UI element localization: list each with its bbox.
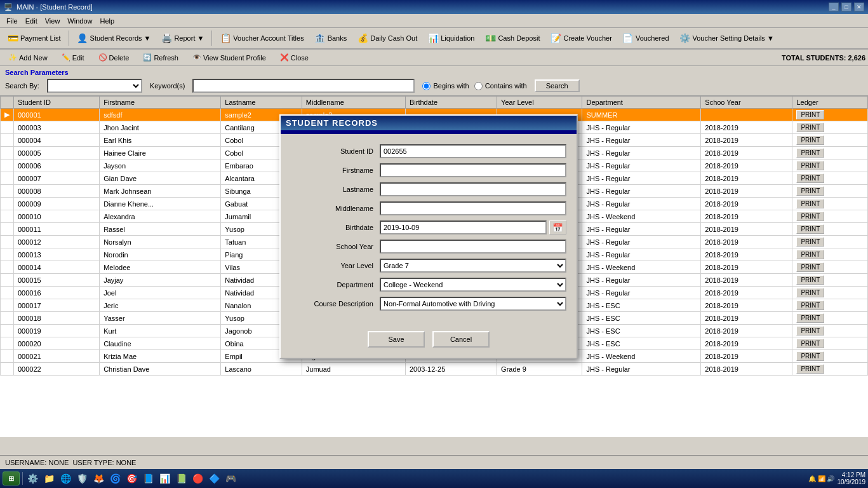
cell-student-id: 000015 — [14, 274, 100, 287]
voucher-setting-details-button[interactable]: ⚙️ Voucher Setting Details ▼ — [675, 30, 778, 46]
vouchered-button[interactable]: 📄 Vouchered — [618, 30, 674, 46]
begins-with-radio[interactable] — [422, 82, 431, 90]
cell-firstname: Gian Dave — [100, 172, 221, 185]
cell-student-id: 000005 — [14, 147, 100, 159]
print-button[interactable]: PRINT — [796, 237, 824, 247]
keyword-input[interactable] — [192, 79, 415, 93]
print-button[interactable]: PRINT — [796, 135, 824, 145]
print-button[interactable]: PRINT — [796, 161, 824, 170]
print-button[interactable]: PRINT — [796, 351, 824, 361]
department-row: Department College - Weekend College - R… — [291, 278, 566, 292]
minimize-button[interactable]: _ — [829, 3, 839, 11]
print-button[interactable]: PRINT — [796, 110, 824, 119]
report-label: Report — [174, 34, 195, 42]
print-button[interactable]: PRINT — [796, 339, 824, 348]
birthdate-calendar-button[interactable]: 📅 — [549, 220, 566, 234]
middlename-input[interactable] — [380, 201, 566, 215]
print-button[interactable]: PRINT — [796, 212, 824, 221]
print-button[interactable]: PRINT — [796, 275, 824, 285]
liquidation-button[interactable]: 📊 Liquidation — [423, 30, 479, 46]
menu-view[interactable]: View — [41, 16, 64, 26]
cell-school-year: 2018-2019 — [701, 274, 792, 287]
cancel-button[interactable]: Cancel — [432, 331, 490, 348]
student-id-input[interactable] — [380, 144, 566, 158]
edit-button[interactable]: ✏️ Edit — [56, 51, 90, 64]
report-icon: 🖨️ — [161, 32, 172, 44]
school-year-input[interactable] — [380, 240, 566, 254]
cell-school-year: 2018-2019 — [701, 350, 792, 363]
print-button[interactable]: PRINT — [796, 313, 824, 323]
row-indicator — [1, 350, 14, 363]
firstname-row: Firstname — [291, 163, 566, 177]
daily-cash-out-button[interactable]: 💰 Daily Cash Out — [352, 30, 422, 46]
cell-school-year: 2018-2019 — [701, 147, 792, 159]
cell-student-id: 000006 — [14, 159, 100, 172]
contains-with-option[interactable]: Contains with — [474, 82, 527, 90]
student-id-row: Student ID — [291, 144, 566, 158]
create-voucher-button[interactable]: 📝 Create Voucher — [545, 30, 616, 46]
print-button[interactable]: PRINT — [796, 250, 824, 259]
menu-help[interactable]: Help — [96, 16, 118, 26]
menu-window[interactable]: Window — [63, 16, 96, 26]
print-button[interactable]: PRINT — [796, 199, 824, 208]
course-description-select[interactable]: Non-Formal Automotive with Driving Optio… — [380, 297, 566, 311]
refresh-label: Refresh — [154, 54, 178, 62]
print-button[interactable]: PRINT — [796, 288, 824, 297]
print-button[interactable]: PRINT — [796, 326, 824, 336]
search-area: Search Parameters Search By: Student ID … — [0, 66, 868, 96]
save-button[interactable]: Save — [368, 331, 425, 348]
contains-with-radio[interactable] — [474, 82, 483, 90]
delete-button[interactable]: 🚫 Delete — [93, 51, 135, 64]
cell-school-year: 2018-2019 — [701, 172, 792, 185]
print-button[interactable]: PRINT — [796, 364, 824, 374]
print-button[interactable]: PRINT — [796, 186, 824, 196]
print-button[interactable]: PRINT — [796, 123, 824, 132]
print-button[interactable]: PRINT — [796, 148, 824, 158]
cell-department: JHS - ESC — [582, 299, 701, 312]
year-level-select[interactable]: Grade 7 Grade 8 Grade 9 Grade 10 Grade 1… — [380, 259, 566, 273]
lastname-input[interactable] — [380, 182, 566, 196]
firstname-input[interactable] — [380, 163, 566, 177]
contains-with-label: Contains with — [485, 82, 527, 90]
cell-student-id: 000021 — [14, 350, 100, 363]
menu-file[interactable]: File — [3, 16, 22, 26]
print-button[interactable]: PRINT — [796, 173, 824, 183]
maximize-button[interactable]: □ — [841, 3, 851, 11]
header-birthdate: Birthdate — [405, 97, 497, 109]
print-button[interactable]: PRINT — [796, 301, 824, 310]
voucher-setting-label: Voucher Setting Details — [693, 34, 765, 42]
close-button[interactable]: ✕ — [854, 3, 864, 11]
voucher-account-titles-button[interactable]: 📋 Voucher Account Titles — [215, 30, 308, 46]
table-row[interactable]: 000022 Christian Dave Lascano Jumuad 200… — [1, 363, 868, 376]
view-student-profile-button[interactable]: 👁️ View Student Profile — [187, 51, 272, 64]
cell-school-year: 2018-2019 — [701, 299, 792, 312]
birthdate-input[interactable] — [380, 220, 547, 234]
delete-icon: 🚫 — [98, 53, 107, 62]
department-select[interactable]: College - Weekend College - Regular JHS … — [380, 278, 566, 292]
print-button[interactable]: PRINT — [796, 224, 824, 234]
refresh-button[interactable]: 🔄 Refresh — [137, 51, 184, 64]
school-year-form-label: School Year — [291, 243, 380, 250]
cell-firstname: Dianne Khene... — [100, 198, 221, 210]
cell-department: JHS - Regular — [582, 236, 701, 248]
print-button[interactable]: PRINT — [796, 262, 824, 272]
radio-group: Begins with Contains with — [422, 82, 526, 90]
row-indicator — [1, 287, 14, 299]
student-records-button[interactable]: 👤 Student Records ▼ — [72, 30, 156, 46]
payment-list-button[interactable]: 💳 Payment List — [3, 30, 65, 46]
search-button[interactable]: Search — [535, 79, 580, 92]
report-button[interactable]: 🖨️ Report ▼ — [156, 30, 208, 46]
cell-ledger: PRINT — [792, 121, 868, 134]
year-level-row: Year Level Grade 7 Grade 8 Grade 9 Grade… — [291, 259, 566, 273]
cell-student-id: 000009 — [14, 198, 100, 210]
banks-icon: 🏦 — [314, 32, 326, 44]
begins-with-option[interactable]: Begins with — [422, 82, 469, 90]
cash-deposit-button[interactable]: 💵 Cash Deposit — [480, 30, 544, 46]
search-by-select[interactable]: Student ID Firstname Lastname — [47, 79, 142, 93]
cell-student-id: 000014 — [14, 261, 100, 274]
close-action-button[interactable]: ❌ Close — [274, 51, 314, 64]
banks-button[interactable]: 🏦 Banks — [310, 30, 352, 46]
menu-edit[interactable]: Edit — [22, 16, 41, 26]
add-new-button[interactable]: ✨ Add New — [3, 51, 53, 64]
cell-ledger: PRINT — [792, 185, 868, 198]
